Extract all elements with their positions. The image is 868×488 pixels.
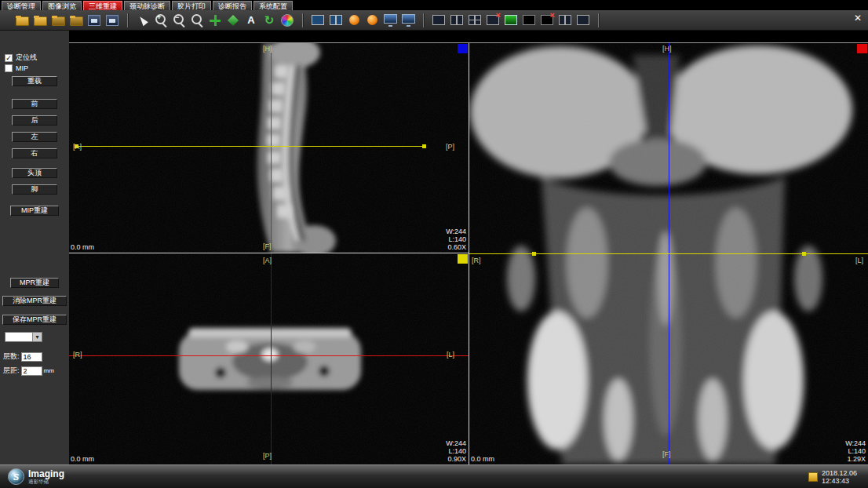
export-film-icon[interactable] [86,13,102,28]
orientation-label-left: [R] [73,351,82,359]
viewport-marker-yellow [458,254,468,264]
viewport-axial[interactable]: [A] [R] [L] [P] 0.0 mm W:244 L:140 0.90X [69,253,469,464]
single-monitor-icon[interactable] [382,13,398,28]
toolbar-separator [127,13,128,27]
print-film-icon[interactable] [104,13,120,28]
toolbar-separator [423,13,424,27]
orientation-label-left: [R] [472,257,481,264]
orientation-label-top: [H] [263,45,272,53]
rotate-views-icon[interactable] [225,13,241,28]
slice-spacing-unit: mm [44,367,54,374]
mpr-layout-icon[interactable] [310,13,326,28]
slice-count-input[interactable] [21,352,42,362]
screen-off-icon[interactable] [521,13,537,28]
position-readout: 0.0 mm [71,243,94,251]
back-button[interactable]: 后 [12,115,57,126]
crosshair-handle[interactable] [422,144,426,148]
zoom-region-icon[interactable] [189,13,205,28]
orientation-label-top: [A] [263,257,272,264]
brand-subtitle: 通影华储 [28,479,64,485]
left-panel: ✓ 定位线 MIP 重载 前 后 左 右 头顶 脚 MIP重建 MPR重建 消除… [0,31,69,464]
vr-render-icon[interactable] [346,13,362,28]
zoom-in-icon[interactable]: + [153,13,169,28]
color-wheel-icon[interactable] [279,13,295,28]
mip-checkbox[interactable] [5,64,13,72]
mip-label: MIP [16,64,28,72]
layout-1x1-icon[interactable] [431,13,447,28]
head-button[interactable]: 头顶 [12,168,57,178]
window-level-readout: W:244 L:140 0.60X [446,228,466,251]
brand-name: Imaging [28,469,64,479]
front-button[interactable]: 前 [12,99,57,109]
monitor-full-icon[interactable] [575,13,591,28]
viewport-sagittal[interactable]: [H] [A] [P] [F] 0.0 mm W:244 L:140 0.60X [69,43,469,253]
zoom-out-icon[interactable]: − [171,13,187,28]
open-image-icon[interactable] [14,13,30,28]
crosshair-vertical-red[interactable] [271,43,272,253]
ortho-layout-icon[interactable] [328,13,344,28]
orientation-label-bottom: [P] [263,452,272,460]
viewport-coronal[interactable]: [H] [R] [L] [F] 0.0 mm W:244 L:140 1.29X [469,43,868,464]
toolbar: + − [0,10,868,31]
orientation-label-top: [H] [662,45,672,53]
viewport-horizontal-divider [69,253,469,253]
close-all-icon[interactable] [539,13,555,28]
monitor-split-icon[interactable] [557,13,573,28]
save-study-icon[interactable] [50,13,66,28]
close-window-button[interactable]: ✕ [854,13,862,24]
save-mpr-button[interactable]: 保存MPR重建 [2,315,67,325]
viewport-vertical-divider [469,43,469,464]
crosshair-handle[interactable] [802,252,806,256]
tab-diagnosis-report[interactable]: 诊断报告 [213,1,252,10]
menu-bar: 诊断管理 图像浏览 三维重建 颈动脉诊断 胶片打印 诊断报告 系统配置 [0,0,868,10]
brand-block: S Imaging 通影华储 [8,468,64,485]
mip-render-icon[interactable] [364,13,380,28]
cursor-icon[interactable] [135,13,151,28]
crosshair-horizontal-yellow[interactable] [76,146,425,147]
orientation-label-bottom: [F] [263,242,272,250]
mip-rebuild-button[interactable]: MIP重建 [10,206,59,216]
mpr-rebuild-button[interactable]: MPR重建 [10,278,59,288]
slice-spacing-label: 层距: [3,366,20,376]
brand-logo: S [8,468,24,485]
crosshair-horizontal-red[interactable] [69,355,469,356]
crosshair-handle[interactable] [532,252,536,256]
screen-on-icon[interactable] [503,13,519,28]
layout-2x2-icon[interactable] [467,13,483,28]
close-series-icon[interactable] [485,13,501,28]
zoom-value: 1.29X [845,455,866,463]
crosshair-horizontal-yellow[interactable] [469,253,868,254]
text-annotation-icon[interactable] [243,13,259,28]
clear-mpr-button[interactable]: 消除MPR重建 [2,296,67,306]
crosshair-vertical-blue[interactable] [271,253,272,464]
import-study-icon[interactable] [68,13,84,28]
tab-carotid-diagnosis[interactable]: 颈动脉诊断 [124,1,170,10]
orientation-label-bottom: [F] [662,450,671,458]
viewport-marker-red [857,44,867,53]
slice-spacing-row: 层距: mm [3,366,54,376]
pan-icon[interactable] [207,13,223,28]
clock-block: 2018.12.06 12:43:43 [808,469,857,485]
localizer-line-label: 定位线 [16,53,37,63]
slice-spacing-input[interactable] [21,366,42,376]
tab-film-print[interactable]: 胶片打印 [172,1,211,10]
tab-3d-reconstruction[interactable]: 三维重建 [83,1,122,10]
mpr-series-select[interactable] [5,332,42,342]
status-date: 2018.12.06 [822,469,857,477]
localizer-line-checkbox[interactable]: ✓ [5,54,13,62]
zoom-value: 0.60X [446,243,466,251]
dual-monitor-icon[interactable] [400,13,416,28]
left-button[interactable]: 左 [12,132,57,142]
tab-image-browse[interactable]: 图像浏览 [42,1,82,10]
right-button[interactable]: 右 [12,148,57,158]
window-level-readout: W:244 L:140 1.29X [845,439,866,463]
axial-image [69,253,469,464]
foot-button[interactable]: 脚 [12,184,57,195]
tab-diagnosis-management[interactable]: 诊断管理 [2,1,41,10]
refresh-icon[interactable] [261,13,277,28]
open-folder-icon[interactable] [32,13,48,28]
layout-1x2-icon[interactable] [449,13,465,28]
slice-count-label: 层数: [3,351,20,362]
tab-system-config[interactable]: 系统配置 [253,1,293,10]
reload-button[interactable]: 重载 [12,76,57,86]
